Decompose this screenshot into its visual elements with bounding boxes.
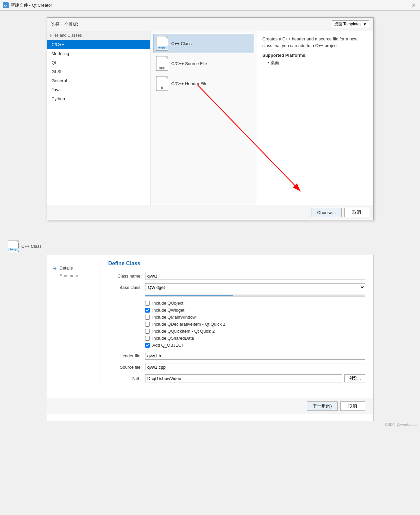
include-qmainwindow-label: Include QMainWindow xyxy=(152,315,196,320)
checkboxes-area: Include QObject Include QWidget Include … xyxy=(145,301,365,348)
category-item-general[interactable]: General xyxy=(47,76,150,85)
include-qdeclarativeitem-checkbox[interactable] xyxy=(145,322,150,327)
define-class-dialog: ➔ Details Summary Define Class Class nam… xyxy=(47,255,374,421)
include-qquickitem-label: Include QQuickItem - Qt Quick 2 xyxy=(152,329,215,334)
templates-dropdown-label: 桌面 Templates xyxy=(334,21,362,27)
include-qobject-label: Include QObject xyxy=(152,301,183,306)
dialog2-footer: 下一步(N) 取消 xyxy=(47,398,373,414)
titlebar: Qt 新建文件 - Qt Creator ✕ xyxy=(0,0,420,11)
select-template-dialog: 选择一个模板: 桌面 Templates ▼ Files and Classes… xyxy=(47,17,374,220)
base-class-select-wrapper: QWidget QObject QDialog QMainWindow None xyxy=(145,283,365,291)
checkbox-include-qshareddata: Include QSharedData xyxy=(145,336,365,341)
dialog1-prompt: 选择一个模板: xyxy=(51,21,78,27)
add-qobject-label: Add Q_OBJECT xyxy=(152,343,184,348)
close-button[interactable]: ✕ xyxy=(409,1,417,9)
window-title: 新建文件 - Qt Creator xyxy=(11,2,52,8)
path-label: Path: xyxy=(108,376,145,381)
dialog1-body: Files and Classes C/C++ Modeling Qt GLSL… xyxy=(47,31,373,205)
wizard-step-summary-label: Summary xyxy=(60,273,78,278)
progress-bar xyxy=(145,295,365,297)
choose-button[interactable]: Choose... xyxy=(312,208,342,217)
wizard-step-details-label: Details xyxy=(60,266,73,271)
wizard-sidebar: ➔ Details Summary xyxy=(47,261,100,386)
description-pane: Creates a C++ header and a source file f… xyxy=(257,31,373,205)
category-item-java[interactable]: Java xyxy=(47,85,150,94)
header-file-row: Header file: xyxy=(108,352,365,360)
svg-text:Qt: Qt xyxy=(4,4,7,7)
include-qmainwindow-checkbox[interactable] xyxy=(145,315,150,320)
templates-dropdown[interactable]: 桌面 Templates ▼ xyxy=(332,20,369,28)
checkbox-include-qquickitem: Include QQuickItem - Qt Quick 2 xyxy=(145,329,365,334)
titlebar-left: Qt 新建文件 - Qt Creator xyxy=(3,2,52,8)
dialog2-header-title: C++ Class xyxy=(21,244,42,249)
watermark: CSDN @weeksooo xyxy=(0,421,420,428)
progress-bar-row xyxy=(108,295,365,297)
path-row: Path: 浏览... xyxy=(108,374,365,382)
class-name-input[interactable] xyxy=(145,272,365,280)
cpp-class-icon: h/cpp xyxy=(156,36,168,51)
include-qwidget-checkbox[interactable] xyxy=(145,308,150,313)
chevron-down-icon: ▼ xyxy=(363,22,367,27)
dialog2-body: ➔ Details Summary Define Class Class nam… xyxy=(47,255,373,391)
category-item-modeling[interactable]: Modeling xyxy=(47,49,150,58)
include-qshareddata-label: Include QSharedData xyxy=(152,336,194,341)
cpp-header-label: C/C++ Header File xyxy=(171,81,207,86)
app-icon: Qt xyxy=(3,2,9,8)
platforms-label: Supported Platforms: xyxy=(263,53,368,58)
base-class-row: Base class: QWidget QObject QDialog QMai… xyxy=(108,283,365,291)
include-qdeclarativeitem-label: Include QDeclarativeItem - Qt Quick 1 xyxy=(152,322,226,327)
browse-button[interactable]: 浏览... xyxy=(344,374,365,382)
cpp-header-icon: h xyxy=(156,76,168,91)
platform-item-desktop: 桌面 xyxy=(268,60,368,66)
header-file-input[interactable] xyxy=(145,352,365,360)
form-title: Define Class xyxy=(108,261,365,267)
dialog2-cancel-button[interactable]: 取消 xyxy=(340,401,365,411)
class-name-row: Class name: xyxy=(108,272,365,280)
source-file-input[interactable] xyxy=(145,363,365,371)
checkbox-include-qobject: Include QObject xyxy=(145,301,365,306)
add-qobject-checkbox[interactable] xyxy=(145,343,150,348)
cpp-source-label: C/C++ Source File xyxy=(171,61,207,66)
step-arrow-icon: ➔ xyxy=(52,265,58,271)
section-gap xyxy=(0,227,420,240)
category-item-qt[interactable]: Qt xyxy=(47,58,150,67)
form-area: Define Class Class name: Base class: QWi… xyxy=(100,261,373,386)
cpp-source-icon: cpp xyxy=(156,56,168,71)
templates-pane: h/cpp C++ Class cpp C/C++ Source File xyxy=(150,31,257,205)
define-class-section: h/cpp C++ Class ➔ Details Summary Define… xyxy=(0,240,420,421)
source-file-label: Source file: xyxy=(108,365,145,370)
dialog1-header: 选择一个模板: 桌面 Templates ▼ xyxy=(47,18,373,31)
dialog1-footer: Choose... 取消 xyxy=(47,205,373,220)
description-text: Creates a C++ header and a source file f… xyxy=(263,36,368,49)
dialog2-class-icon: h/cpp xyxy=(8,240,19,252)
path-input[interactable] xyxy=(145,374,342,382)
categories-pane: Files and Classes C/C++ Modeling Qt GLSL… xyxy=(47,31,150,205)
checkbox-add-qobject: Add Q_OBJECT xyxy=(145,343,365,348)
include-qwidget-label: Include QWidget xyxy=(152,308,184,313)
dialog2-icon-row: h/cpp C++ Class xyxy=(7,240,413,252)
template-item-cpp-class[interactable]: h/cpp C++ Class xyxy=(153,34,254,53)
base-class-label: Base class: xyxy=(108,285,145,290)
include-qshareddata-checkbox[interactable] xyxy=(145,336,150,341)
source-file-row: Source file: xyxy=(108,363,365,371)
checkbox-include-qmainwindow: Include QMainWindow xyxy=(145,315,365,320)
template-item-cpp-header[interactable]: h C/C++ Header File xyxy=(153,74,254,93)
checkbox-include-qdeclarativeitem: Include QDeclarativeItem - Qt Quick 1 xyxy=(145,322,365,327)
category-item-python[interactable]: Python xyxy=(47,94,150,103)
include-qquickitem-checkbox[interactable] xyxy=(145,329,150,334)
categories-header: Files and Classes xyxy=(47,31,150,40)
base-class-select[interactable]: QWidget QObject QDialog QMainWindow None xyxy=(145,283,365,291)
wizard-step-summary[interactable]: Summary xyxy=(52,272,95,280)
category-item-cpp[interactable]: C/C++ xyxy=(47,40,150,49)
category-item-glsl[interactable]: GLSL xyxy=(47,67,150,76)
header-file-label: Header file: xyxy=(108,353,145,358)
dialog1-cancel-button[interactable]: 取消 xyxy=(344,208,369,217)
include-qobject-checkbox[interactable] xyxy=(145,301,150,306)
cpp-class-label: C++ Class xyxy=(171,41,192,46)
checkbox-include-qwidget: Include QWidget xyxy=(145,308,365,313)
class-name-label: Class name: xyxy=(108,274,145,279)
template-item-cpp-source[interactable]: cpp C/C++ Source File xyxy=(153,54,254,73)
wizard-step-details[interactable]: ➔ Details xyxy=(52,264,95,272)
next-button[interactable]: 下一步(N) xyxy=(307,401,337,411)
